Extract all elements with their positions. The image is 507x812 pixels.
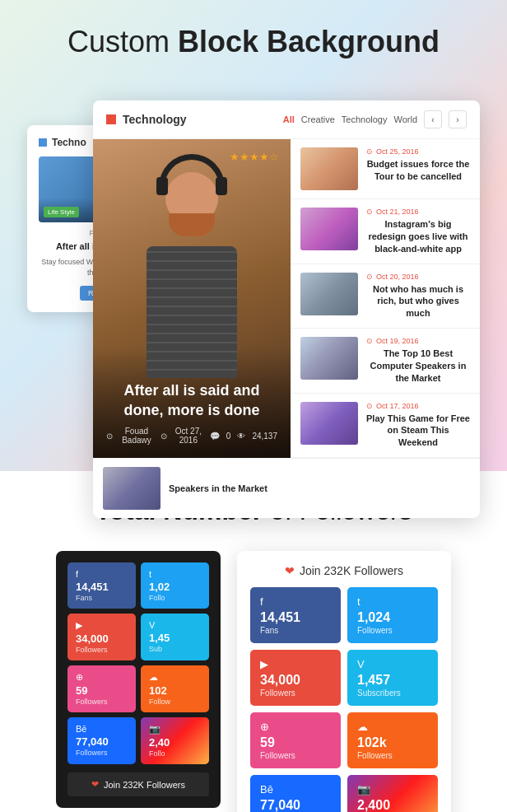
news-content: ⊙Oct 20, 2016 Not who has much is rich, …	[366, 273, 470, 320]
popup-behance-count: 77,040	[260, 799, 331, 812]
popup-twitter-label: Followers	[357, 626, 428, 635]
news-content: ⊙Oct 17, 2016 Play This Game for Free on…	[366, 402, 470, 450]
news-meta: ⊙Oct 21, 2016	[366, 208, 470, 216]
page-title: Custom Block Background	[16, 25, 491, 59]
popup-dribbble-icon: ⊕	[260, 721, 269, 733]
news-meta: ⊙Oct 20, 2016	[366, 273, 470, 281]
youtube-icon: ▶	[76, 620, 128, 631]
category-indicator	[106, 114, 116, 124]
popup-behance-icon: Bē	[260, 783, 273, 796]
front-card-nav: All Creative Technology World ‹ ›	[283, 110, 467, 128]
block-indicator	[39, 138, 47, 147]
followers-widget: f 14,451 Fans t 1,02 Follo ▶ 34,000 Foll…	[56, 551, 221, 808]
next-button[interactable]: ›	[449, 110, 467, 128]
widget-join-label: Join 232K Followers	[104, 780, 185, 790]
popup-item-header: ⊕	[260, 721, 331, 733]
news-content: ⊙Oct 25, 2016 Budget issues force the To…	[366, 147, 470, 183]
news-sidebar: ⊙Oct 25, 2016 Budget issues force the To…	[291, 139, 480, 458]
widget-item-behance: Bē 77,040 Followers	[67, 717, 136, 764]
popup-item-header: Bē	[260, 783, 331, 796]
article-headline: After all is said and done, more is done	[106, 381, 277, 420]
popup-item-facebook: f 14,451 Fans	[250, 587, 341, 643]
popup-item-vimeo: V 1,457 Subscribers	[347, 650, 438, 706]
tag-creative[interactable]: Creative	[301, 114, 335, 124]
widget-item-vimeo: V 1,45 Sub	[141, 614, 209, 660]
news-item: ⊙Oct 19, 2016 The Top 10 Best Computer S…	[291, 329, 480, 394]
popup-facebook-icon: f	[260, 595, 263, 608]
article-meta: ⊙ Fouad Badawy ⊙ Oct 27, 2016 💬 0 👁 24,1…	[106, 427, 277, 445]
behance-count: 77,040	[76, 736, 128, 747]
popup-youtube-label: Followers	[260, 688, 331, 698]
popup-soundcloud-icon: ☁	[357, 721, 368, 733]
popup-item-header: ▶	[260, 658, 331, 670]
widget-item-dribbble: ⊕ 59 Followers	[67, 665, 136, 712]
popup-twitter-icon: t	[357, 595, 360, 608]
news-meta: ⊙Oct 25, 2016	[366, 147, 470, 156]
popup-instagram-icon: 📷	[357, 783, 370, 796]
popup-item-header: t	[357, 595, 428, 608]
facebook-label: Fans	[76, 594, 128, 602]
popup-facebook-count: 14,451	[260, 611, 331, 624]
popup-item-header: 📷	[357, 783, 428, 796]
popup-soundcloud-count: 102k	[357, 736, 428, 749]
news-item: ⊙Oct 25, 2016 Budget issues force the To…	[291, 139, 480, 199]
article-stars: ★★★★☆	[230, 151, 279, 163]
popup-item-header: ☁	[357, 721, 428, 733]
news-title: Instagram's big redesign goes live with …	[366, 218, 470, 255]
widget-item-facebook: f 14,451 Fans	[67, 562, 136, 609]
heart-icon: ❤	[91, 779, 99, 790]
popup-vimeo-label: Subscribers	[357, 688, 428, 698]
tag-all[interactable]: All	[283, 114, 295, 124]
footer-thumbnail	[103, 467, 160, 510]
news-thumbnail	[300, 402, 358, 445]
category-label: Technology	[123, 113, 187, 126]
news-thumbnail	[300, 337, 358, 380]
popup-item-header: f	[260, 595, 331, 608]
popup-item-instagram: 📷 2,400 Followers	[347, 775, 438, 812]
news-thumbnail	[300, 208, 358, 250]
popup-item-soundcloud: ☁ 102k Followers	[347, 712, 438, 768]
news-thumbnail	[300, 147, 358, 190]
instagram-icon: 📷	[149, 724, 201, 735]
popup-youtube-count: 34,000	[260, 674, 331, 687]
vimeo-label: Sub	[149, 645, 201, 653]
news-meta: ⊙Oct 19, 2016	[366, 337, 470, 345]
popup-heart-icon: ❤	[285, 564, 295, 577]
news-content: ⊙Oct 21, 2016 Instagram's big redesign g…	[366, 208, 470, 255]
instagram-count: 2,40	[149, 737, 201, 748]
bottom-section: Total Number of Followers f 14,451 Fans …	[0, 471, 507, 812]
twitter-icon: t	[149, 569, 201, 579]
followers-layout: f 14,451 Fans t 1,02 Follo ▶ 34,000 Foll…	[16, 551, 491, 812]
tag-world[interactable]: World	[393, 114, 417, 124]
popup-header: ❤ Join 232K Followers	[250, 564, 438, 577]
widget-item-soundcloud: ☁ 102 Follow	[141, 665, 209, 712]
widget-join-button[interactable]: ❤ Join 232K Followers	[67, 772, 209, 796]
dribbble-label: Followers	[76, 698, 128, 706]
footer-title: Speakers in the Market	[169, 483, 267, 493]
behance-label: Followers	[76, 749, 128, 757]
popup-twitter-count: 1,024	[357, 611, 428, 624]
vimeo-icon: V	[149, 620, 201, 630]
main-article-image: ★★★★☆ Life Style After all is said and d…	[93, 139, 291, 458]
twitter-label: Follo	[149, 594, 201, 602]
widget-item-instagram: 📷 2,40 Follo	[141, 717, 209, 764]
popup-facebook-label: Fans	[260, 626, 331, 635]
dribbble-icon: ⊕	[76, 672, 128, 683]
twitter-count: 1,02	[149, 581, 201, 592]
news-item: ⊙Oct 17, 2016 Play This Game for Free on…	[291, 394, 480, 459]
news-thumbnail	[300, 273, 358, 315]
followers-popup: ❤ Join 232K Followers f 14,451 Fans t	[237, 551, 451, 812]
widget-item-youtube: ▶ 34,000 Followers	[67, 614, 136, 660]
top-section: Custom Block Background Techno Life Styl…	[0, 0, 507, 471]
card-stack: Techno Life Style Fouad Bada After all i…	[27, 84, 480, 430]
prev-button[interactable]: ‹	[424, 110, 442, 128]
popup-vimeo-count: 1,457	[357, 674, 428, 687]
popup-youtube-icon: ▶	[260, 658, 268, 670]
popup-grid: f 14,451 Fans t 1,024 Followers ▶	[250, 587, 438, 812]
front-card: Technology All Creative Technology World…	[93, 100, 480, 518]
tag-technology[interactable]: Technology	[342, 114, 388, 124]
popup-item-twitter: t 1,024 Followers	[347, 587, 438, 643]
widget-item-twitter: t 1,02 Follo	[141, 562, 209, 609]
youtube-count: 34,000	[76, 633, 128, 644]
news-meta: ⊙Oct 17, 2016	[366, 402, 470, 410]
